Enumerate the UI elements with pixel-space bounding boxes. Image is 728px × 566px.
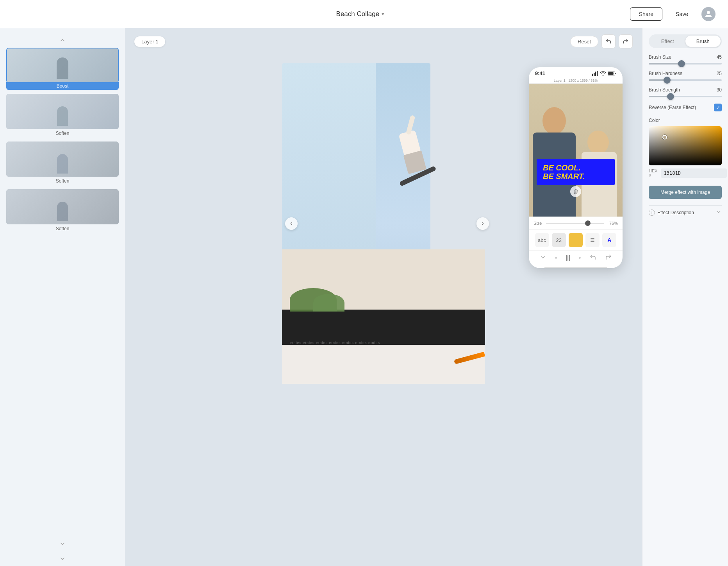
brush-size-track[interactable] [649,63,722,64]
reset-button[interactable]: Reset [570,36,598,47]
effect-desc-row: i Effect Description [649,205,722,216]
tool-abc[interactable]: abc [535,233,549,247]
brush-hardness-thumb [664,77,671,84]
user-avatar[interactable] [701,7,716,21]
share-button[interactable]: Share [630,7,662,21]
phone-bottom-redo[interactable] [605,254,612,262]
hex-row: HEX # [649,168,722,178]
brush-hardness-value: 25 [717,71,722,76]
sidebar: Boost Soften Soften [0,28,125,566]
phone-delete-button[interactable] [570,186,581,197]
svg-rect-1 [594,73,595,76]
reverse-row: Reverse (Earse Effect) ✓ [649,104,722,111]
hex-input[interactable] [661,168,727,178]
layer-thumb-label-2: Soften [6,129,119,138]
svg-rect-2 [595,72,596,76]
brush-size-fill [649,63,682,64]
tool-color[interactable] [569,233,583,247]
phone-bottom-collapse[interactable] [539,254,546,262]
phone-bottom-bar: • • [529,250,623,267]
project-title: Beach Collage [336,10,380,18]
brush-hardness-label: Brush Hardness [649,71,682,76]
phone-mockup: 9:41 [529,67,623,268]
brush-strength-value: 30 [717,87,722,93]
brush-tab[interactable]: Brush [685,36,721,47]
brush-hardness-track[interactable] [649,79,722,81]
layer-thumb-3[interactable]: Soften [6,142,119,185]
phone-bottom-undo[interactable] [589,254,596,262]
effect-brush-toggle: Effect Brush [649,34,722,48]
skater-canvas[interactable]: etnies etnies etnies etnies etnies etnie… [282,63,485,384]
save-button[interactable]: Save [667,8,697,20]
phone-tools-row: abc 22 A [529,229,623,250]
sidebar-collapse-mid[interactable] [0,536,125,551]
layer-thumb-label-1: Boost [6,82,119,90]
title-chevron-icon[interactable]: ▾ [382,11,384,17]
sidebar-collapse-top[interactable] [0,33,125,48]
phone-bottom-pause[interactable] [566,255,570,261]
brush-size-row: Brush Size 45 [649,54,722,64]
color-section: Color HEX # [649,118,722,178]
canvas-content: etnies etnies etnies etnies etnies etnie… [125,56,642,566]
color-picker-dot [662,135,667,140]
tool-A[interactable]: A [602,233,616,247]
redo-button[interactable] [619,34,633,48]
info-icon: i [649,210,655,216]
phone-size-row: Size 76% [529,217,623,229]
brush-size-label-row: Brush Size 45 [649,54,722,60]
reverse-checkbox[interactable]: ✓ [714,104,722,111]
phone-bottom-dot2: • [578,254,581,262]
effect-desc-left: i Effect Description [649,210,694,216]
phone-progress-line [544,267,607,268]
layer-thumbnails: Boost Soften Soften [0,48,125,233]
brush-size-label: Brush Size [649,54,671,60]
layer-thumb-label-3: Soften [6,177,119,185]
svg-rect-6 [615,72,616,74]
size-label: Size [534,221,543,226]
hex-label: HEX # [649,168,658,178]
nav-right-button[interactable] [476,217,489,230]
reverse-label: Reverse (Earse Effect) [649,105,696,110]
phone-text-line1: BE COOL. [543,163,608,172]
undo-button[interactable] [601,34,616,48]
layer-thumb-2[interactable]: Soften [6,94,119,138]
header-center: Beach Collage ▾ [336,10,385,18]
effect-tab[interactable]: Effect [650,36,685,47]
layer-badge: Layer 1 [134,36,165,47]
nav-left-button[interactable] [285,217,298,230]
size-percent: 76% [607,221,618,226]
color-picker[interactable] [649,126,722,165]
color-label: Color [649,118,722,123]
sidebar-collapse-bottom[interactable] [0,551,125,566]
tool-number[interactable]: 22 [552,233,566,247]
brush-strength-track[interactable] [649,96,722,97]
canvas-area: Layer 1 Reset [125,28,642,566]
phone-status-bar: 9:41 [529,67,623,78]
brush-hardness-row: Brush Hardness 25 [649,71,722,81]
layer-thumb-img-2 [6,94,119,129]
size-thumb[interactable] [585,220,591,226]
brush-strength-label-row: Brush Strength 30 [649,87,722,93]
phone-text-overlay[interactable]: BE COOL. BE SMART. [537,159,615,185]
svg-rect-5 [608,72,614,74]
canvas-actions: Reset [570,34,633,48]
phone-layer-info: Layer 1 · 1200 x 1599 / 31% [529,78,623,84]
size-slider[interactable] [546,223,604,224]
brush-size-thumb [678,60,685,67]
brush-strength-row: Brush Strength 30 [649,87,722,97]
layer-thumb-1[interactable]: Boost [6,48,119,90]
effect-desc-label: Effect Description [657,210,694,215]
svg-rect-3 [597,71,598,76]
tool-lines[interactable] [585,233,600,247]
svg-rect-7 [573,237,578,243]
layer-thumb-4[interactable]: Soften [6,189,119,233]
phone-time: 9:41 [535,70,545,76]
phone-img-area[interactable]: BE COOL. BE SMART. [529,84,623,217]
brush-hardness-label-row: Brush Hardness 25 [649,71,722,76]
merge-button[interactable]: Merge effect with image [649,186,722,199]
phone-text-line2: BE SMART. [543,172,608,181]
right-panel: Effect Brush Brush Size 45 Brush Hardnes… [642,28,728,566]
canvas-toolbar: Layer 1 Reset [134,34,633,48]
effect-desc-chevron[interactable] [716,209,722,216]
phone-bottom-dot: • [555,254,557,262]
